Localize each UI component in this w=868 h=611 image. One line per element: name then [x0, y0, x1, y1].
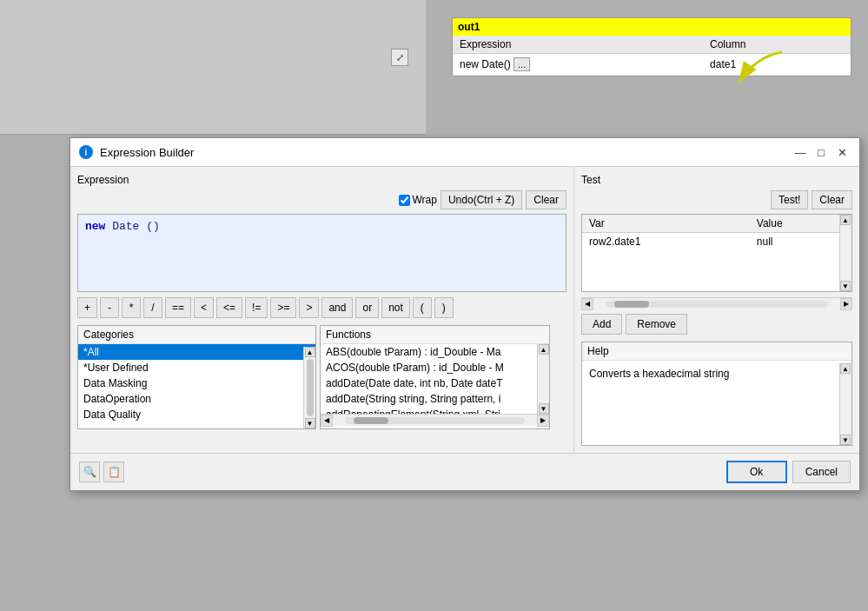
- test-var-cell: row2.date1: [582, 233, 750, 251]
- expression-builder-dialog: i Expression Builder — □ ✕ Expression Wr…: [70, 137, 860, 491]
- functions-header: Functions: [321, 326, 549, 344]
- bottom-right-buttons: Ok Cancel: [726, 461, 851, 483]
- function-item-2[interactable]: addDate(Date date, int nb, Date dateT: [321, 375, 549, 391]
- op-plus[interactable]: +: [77, 297, 97, 318]
- categories-list: *All *User Defined Data Masking DataOper…: [78, 344, 315, 426]
- expression-clear-button[interactable]: Clear: [526, 190, 567, 209]
- op-and[interactable]: and: [321, 297, 353, 318]
- test-hscroll-track: [606, 301, 828, 308]
- op-divide[interactable]: /: [143, 297, 162, 318]
- out1-expression-cell: new Date() ...: [453, 54, 703, 76]
- op-close-paren[interactable]: ): [434, 297, 454, 318]
- lower-panels: Categories *All *User Defined Data Maski…: [77, 325, 567, 429]
- test-col-value: Value: [750, 215, 851, 233]
- help-scroll-up[interactable]: ▲: [840, 363, 851, 374]
- test-hscroll-right[interactable]: ▶: [840, 298, 852, 310]
- out1-header: out1: [453, 18, 851, 36]
- ok-button[interactable]: Ok: [726, 461, 787, 483]
- test-scroll-down[interactable]: ▼: [840, 281, 851, 291]
- categories-panel: Categories *All *User Defined Data Maski…: [77, 325, 316, 429]
- expression-editor[interactable]: new Date (): [77, 214, 567, 292]
- minimize-button[interactable]: —: [792, 143, 809, 161]
- expand-button[interactable]: ⤢: [391, 49, 408, 66]
- close-button[interactable]: ✕: [833, 143, 851, 161]
- test-hscroll-thumb: [614, 301, 649, 308]
- test-col-var: Var: [582, 215, 750, 233]
- dialog-icon: i: [79, 145, 93, 159]
- test-button[interactable]: Test!: [771, 190, 808, 209]
- hscroll-left[interactable]: ◀: [321, 415, 333, 427]
- out1-expression-text: new Date(): [460, 58, 511, 70]
- expression-pane: Expression Wrap Undo(Ctrl + Z) Clear new…: [70, 167, 574, 453]
- test-hscrollbar[interactable]: ◀ ▶: [581, 297, 852, 309]
- help-scrollbar[interactable]: ▲ ▼: [839, 363, 851, 445]
- categories-header: Categories: [78, 326, 315, 344]
- op-gt[interactable]: >: [299, 297, 319, 318]
- function-item-0[interactable]: ABS(double tParam) : id_Double - Ma: [321, 344, 549, 360]
- op-lt[interactable]: <: [194, 297, 214, 318]
- wrap-checkbox-label[interactable]: Wrap: [399, 194, 437, 206]
- maximize-button[interactable]: □: [812, 143, 830, 161]
- out1-col-expression: Expression: [453, 36, 703, 54]
- test-label: Test: [581, 174, 852, 186]
- function-item-4[interactable]: addRepeatingElement(String xml, Stri: [321, 407, 549, 414]
- search-icon-btn[interactable]: 🔍: [79, 462, 100, 482]
- test-row: row2.date1 null: [582, 233, 851, 251]
- category-item-user-defined[interactable]: *User Defined: [78, 360, 315, 375]
- test-table: Var Value row2.date1 null: [582, 215, 851, 250]
- category-item-data-operation[interactable]: DataOperation: [78, 391, 315, 407]
- category-item-mathematical[interactable]: Mathematical: [78, 422, 315, 426]
- wrap-checkbox[interactable]: [399, 195, 410, 206]
- categories-scrollbar[interactable]: ▲ ▼: [303, 347, 315, 428]
- functions-hscrollbar[interactable]: ◀ ▶: [321, 414, 549, 426]
- function-item-1[interactable]: ACOS(double tParam) : id_Double - M: [321, 360, 549, 375]
- func-scroll-down[interactable]: ▼: [539, 403, 549, 414]
- dialog-body: Expression Wrap Undo(Ctrl + Z) Clear new…: [70, 167, 859, 453]
- dialog-titlebar: i Expression Builder — □ ✕: [70, 138, 859, 167]
- scroll-down-btn[interactable]: ▼: [305, 418, 315, 428]
- cancel-button[interactable]: Cancel: [792, 461, 851, 483]
- test-table-scrollbar[interactable]: ▲ ▼: [839, 215, 851, 291]
- help-header: Help: [582, 342, 851, 361]
- expression-keyword: new: [85, 220, 105, 233]
- functions-panel: Functions ABS(double tParam) : id_Double…: [320, 325, 550, 429]
- op-open-paren[interactable]: (: [413, 297, 432, 318]
- functions-list: ABS(double tParam) : id_Double - Ma ACOS…: [321, 344, 549, 414]
- op-minus[interactable]: -: [100, 297, 119, 318]
- expression-text: Date (): [112, 220, 160, 233]
- op-not[interactable]: not: [381, 297, 410, 318]
- functions-scrollbar[interactable]: ▲ ▼: [537, 344, 549, 414]
- op-or[interactable]: or: [355, 297, 379, 318]
- help-scroll-down[interactable]: ▼: [840, 435, 851, 445]
- hscroll-thumb: [354, 417, 388, 424]
- test-pane: Test Test! Clear Var Value: [574, 167, 859, 453]
- bottom-left-icons: 🔍 📋: [79, 462, 124, 482]
- func-scroll-up[interactable]: ▲: [539, 344, 549, 355]
- test-scroll-up[interactable]: ▲: [840, 215, 851, 225]
- op-eq[interactable]: ==: [165, 297, 191, 318]
- out1-ellipsis-button[interactable]: ...: [514, 57, 530, 71]
- scroll-up-btn[interactable]: ▲: [305, 347, 315, 357]
- category-item-data-quality[interactable]: Data Quality: [78, 407, 315, 422]
- hscroll-right[interactable]: ▶: [537, 415, 549, 427]
- bottom-toolbar: 🔍 📋 Ok Cancel: [70, 453, 859, 490]
- functions-list-container: ABS(double tParam) : id_Double - Ma ACOS…: [321, 344, 549, 414]
- undo-button[interactable]: Undo(Ctrl + Z): [441, 190, 522, 209]
- category-item-all[interactable]: *All: [78, 344, 315, 360]
- op-gte[interactable]: >=: [270, 297, 296, 318]
- copy-icon-btn[interactable]: 📋: [103, 462, 124, 482]
- test-clear-button[interactable]: Clear: [812, 190, 852, 209]
- function-item-3[interactable]: addDate(String string, String pattern, i: [321, 391, 549, 407]
- category-item-data-masking[interactable]: Data Masking: [78, 375, 315, 391]
- op-multiply[interactable]: *: [122, 297, 141, 318]
- add-row-button[interactable]: Add: [581, 314, 622, 335]
- op-lte[interactable]: <=: [216, 297, 242, 318]
- dialog-controls: — □ ✕: [792, 143, 851, 161]
- wrap-label: Wrap: [413, 194, 437, 206]
- test-table-container: Var Value row2.date1 null ▲ ▼: [581, 214, 852, 292]
- operator-row: + - * / == < <= != >= > and or not ( ): [77, 297, 567, 318]
- remove-row-button[interactable]: Remove: [626, 314, 687, 335]
- test-hscroll-left[interactable]: ◀: [581, 298, 593, 310]
- op-ne[interactable]: !=: [245, 297, 268, 318]
- help-content: Converts a hexadecimal string: [582, 361, 851, 442]
